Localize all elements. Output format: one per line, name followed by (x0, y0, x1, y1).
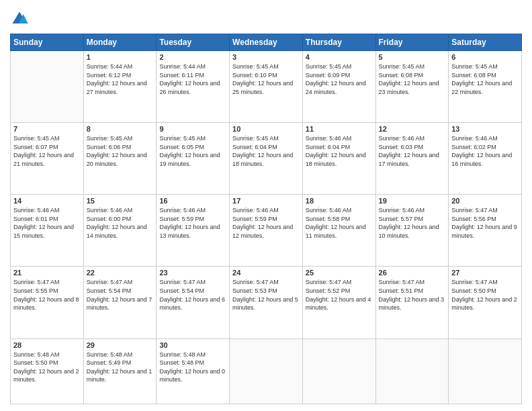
day-cell: 8 Sunrise: 5:45 AMSunset: 6:06 PMDayligh… (83, 123, 157, 195)
day-info: Sunrise: 5:45 AMSunset: 6:10 PMDaylight:… (232, 62, 300, 96)
day-info: Sunrise: 5:47 AMSunset: 5:55 PMDaylight:… (13, 278, 81, 312)
week-row-2: 14 Sunrise: 5:46 AMSunset: 6:01 PMDaylig… (11, 195, 522, 267)
day-number: 27 (451, 269, 519, 277)
col-header-thursday: Thursday (302, 34, 375, 51)
day-info: Sunrise: 5:46 AMSunset: 6:02 PMDaylight:… (451, 134, 519, 168)
day-cell: 30 Sunrise: 5:48 AMSunset: 5:48 PMDaylig… (157, 338, 230, 404)
day-number: 1 (87, 53, 154, 61)
day-info: Sunrise: 5:47 AMSunset: 5:56 PMDaylight:… (451, 206, 519, 240)
day-number: 11 (306, 125, 373, 133)
day-info: Sunrise: 5:46 AMSunset: 6:03 PMDaylight:… (379, 134, 446, 168)
day-number: 5 (379, 53, 446, 61)
col-header-sunday: Sunday (11, 34, 84, 51)
day-number: 10 (232, 125, 300, 133)
day-number: 4 (306, 53, 373, 61)
col-header-saturday: Saturday (449, 34, 522, 51)
day-number: 21 (13, 269, 81, 277)
day-info: Sunrise: 5:46 AMSunset: 5:57 PMDaylight:… (379, 206, 446, 240)
day-cell (375, 338, 449, 404)
day-number: 30 (159, 341, 226, 349)
day-info: Sunrise: 5:45 AMSunset: 6:05 PMDaylight:… (159, 134, 226, 168)
day-number: 12 (379, 125, 446, 133)
day-cell: 23 Sunrise: 5:47 AMSunset: 5:54 PMDaylig… (157, 267, 230, 338)
day-cell: 18 Sunrise: 5:46 AMSunset: 5:58 PMDaylig… (302, 195, 375, 267)
day-info: Sunrise: 5:47 AMSunset: 5:54 PMDaylight:… (87, 278, 154, 312)
day-cell (11, 51, 84, 123)
day-number: 16 (159, 197, 226, 205)
day-info: Sunrise: 5:46 AMSunset: 6:00 PMDaylight:… (87, 206, 154, 240)
day-number: 19 (379, 197, 446, 205)
col-header-tuesday: Tuesday (157, 34, 230, 51)
day-cell: 24 Sunrise: 5:47 AMSunset: 5:53 PMDaylig… (230, 267, 303, 338)
day-info: Sunrise: 5:47 AMSunset: 5:51 PMDaylight:… (379, 278, 446, 312)
day-cell: 28 Sunrise: 5:48 AMSunset: 5:50 PMDaylig… (11, 338, 84, 404)
day-info: Sunrise: 5:45 AMSunset: 6:08 PMDaylight:… (451, 62, 519, 96)
day-number: 15 (87, 197, 154, 205)
day-info: Sunrise: 5:45 AMSunset: 6:08 PMDaylight:… (379, 62, 446, 96)
day-info: Sunrise: 5:46 AMSunset: 5:58 PMDaylight:… (306, 206, 373, 240)
day-info: Sunrise: 5:47 AMSunset: 5:53 PMDaylight:… (232, 278, 300, 312)
day-number: 17 (232, 197, 300, 205)
day-info: Sunrise: 5:48 AMSunset: 5:48 PMDaylight:… (159, 351, 226, 384)
day-number: 20 (451, 197, 519, 205)
day-info: Sunrise: 5:46 AMSunset: 6:01 PMDaylight:… (13, 206, 81, 240)
day-number: 28 (13, 341, 81, 349)
day-info: Sunrise: 5:47 AMSunset: 5:52 PMDaylight:… (306, 278, 373, 312)
day-cell: 19 Sunrise: 5:46 AMSunset: 5:57 PMDaylig… (375, 195, 449, 267)
day-number: 14 (13, 197, 81, 205)
day-number: 23 (159, 269, 226, 277)
col-header-friday: Friday (375, 34, 449, 51)
week-row-1: 7 Sunrise: 5:45 AMSunset: 6:07 PMDayligh… (11, 123, 522, 195)
day-info: Sunrise: 5:44 AMSunset: 6:11 PMDaylight:… (159, 62, 226, 96)
day-cell: 3 Sunrise: 5:45 AMSunset: 6:10 PMDayligh… (230, 51, 303, 123)
col-header-wednesday: Wednesday (230, 34, 303, 51)
day-info: Sunrise: 5:45 AMSunset: 6:04 PMDaylight:… (232, 134, 300, 168)
day-info: Sunrise: 5:45 AMSunset: 6:09 PMDaylight:… (306, 62, 373, 96)
day-cell: 17 Sunrise: 5:46 AMSunset: 5:59 PMDaylig… (230, 195, 303, 267)
day-cell: 26 Sunrise: 5:47 AMSunset: 5:51 PMDaylig… (375, 267, 449, 338)
week-row-4: 28 Sunrise: 5:48 AMSunset: 5:50 PMDaylig… (11, 338, 522, 404)
day-number: 24 (232, 269, 300, 277)
day-cell: 10 Sunrise: 5:45 AMSunset: 6:04 PMDaylig… (230, 123, 303, 195)
week-row-0: 1 Sunrise: 5:44 AMSunset: 6:12 PMDayligh… (11, 51, 522, 123)
day-cell: 20 Sunrise: 5:47 AMSunset: 5:56 PMDaylig… (449, 195, 522, 267)
day-cell: 29 Sunrise: 5:48 AMSunset: 5:49 PMDaylig… (83, 338, 157, 404)
day-number: 9 (159, 125, 226, 133)
day-number: 18 (306, 197, 373, 205)
day-number: 8 (87, 125, 154, 133)
day-cell: 7 Sunrise: 5:45 AMSunset: 6:07 PMDayligh… (11, 123, 84, 195)
day-info: Sunrise: 5:48 AMSunset: 5:49 PMDaylight:… (87, 351, 154, 384)
day-number: 13 (451, 125, 519, 133)
day-info: Sunrise: 5:45 AMSunset: 6:07 PMDaylight:… (13, 134, 81, 168)
logo-icon (10, 9, 29, 28)
day-info: Sunrise: 5:47 AMSunset: 5:54 PMDaylight:… (159, 278, 226, 312)
day-info: Sunrise: 5:46 AMSunset: 5:59 PMDaylight:… (159, 206, 226, 240)
day-number: 22 (87, 269, 154, 277)
day-info: Sunrise: 5:48 AMSunset: 5:50 PMDaylight:… (13, 351, 81, 384)
day-cell: 6 Sunrise: 5:45 AMSunset: 6:08 PMDayligh… (449, 51, 522, 123)
col-header-monday: Monday (83, 34, 157, 51)
day-cell: 13 Sunrise: 5:46 AMSunset: 6:02 PMDaylig… (449, 123, 522, 195)
day-number: 2 (159, 53, 226, 61)
day-cell: 27 Sunrise: 5:47 AMSunset: 5:50 PMDaylig… (449, 267, 522, 338)
day-info: Sunrise: 5:47 AMSunset: 5:50 PMDaylight:… (451, 278, 519, 312)
day-cell: 11 Sunrise: 5:46 AMSunset: 6:04 PMDaylig… (302, 123, 375, 195)
week-row-3: 21 Sunrise: 5:47 AMSunset: 5:55 PMDaylig… (11, 267, 522, 338)
day-cell: 1 Sunrise: 5:44 AMSunset: 6:12 PMDayligh… (83, 51, 157, 123)
day-cell (230, 338, 303, 404)
day-info: Sunrise: 5:44 AMSunset: 6:12 PMDaylight:… (87, 62, 154, 96)
logo (10, 9, 31, 28)
day-number: 7 (13, 125, 81, 133)
header-row: SundayMondayTuesdayWednesdayThursdayFrid… (11, 34, 522, 51)
calendar: SundayMondayTuesdayWednesdayThursdayFrid… (10, 34, 522, 404)
day-cell: 12 Sunrise: 5:46 AMSunset: 6:03 PMDaylig… (375, 123, 449, 195)
day-number: 6 (451, 53, 519, 61)
day-cell: 25 Sunrise: 5:47 AMSunset: 5:52 PMDaylig… (302, 267, 375, 338)
day-cell: 15 Sunrise: 5:46 AMSunset: 6:00 PMDaylig… (83, 195, 157, 267)
day-cell: 21 Sunrise: 5:47 AMSunset: 5:55 PMDaylig… (11, 267, 84, 338)
day-cell: 9 Sunrise: 5:45 AMSunset: 6:05 PMDayligh… (157, 123, 230, 195)
day-cell: 14 Sunrise: 5:46 AMSunset: 6:01 PMDaylig… (11, 195, 84, 267)
day-cell (449, 338, 522, 404)
day-number: 29 (87, 341, 154, 349)
day-cell: 16 Sunrise: 5:46 AMSunset: 5:59 PMDaylig… (157, 195, 230, 267)
